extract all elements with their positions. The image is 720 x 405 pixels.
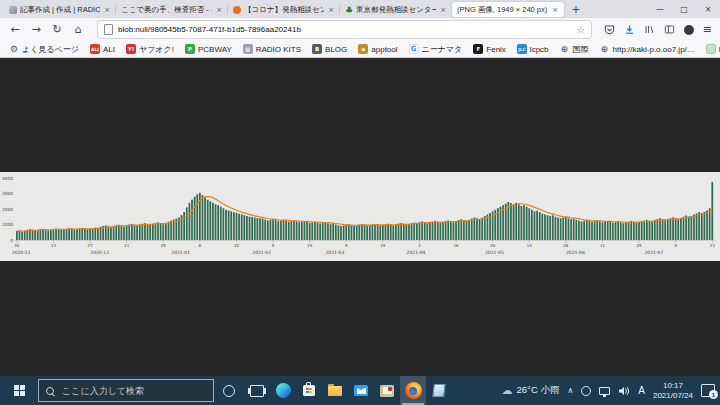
svg-text:30: 30 xyxy=(14,243,20,248)
picture-icon xyxy=(9,6,17,14)
svg-text:19: 19 xyxy=(380,243,386,248)
bookmark-item-11[interactable]: ⊕国際 xyxy=(560,44,589,55)
svg-text:2020-11: 2020-11 xyxy=(12,250,31,255)
svg-text:16: 16 xyxy=(454,243,460,248)
bookmark-item-7[interactable]: aapptool xyxy=(358,44,397,54)
taskbar-apps xyxy=(244,376,452,405)
window-controls: —□× xyxy=(648,0,720,18)
windows-logo-icon xyxy=(14,385,25,396)
svg-text:3000: 3000 xyxy=(2,191,13,196)
bookmark-item-3[interactable]: Y!ヤフオク! xyxy=(126,44,174,55)
svg-text:25: 25 xyxy=(161,243,167,248)
bookmark-item-1[interactable]: ⚙よく見るページ xyxy=(9,44,79,55)
firefox-button[interactable] xyxy=(400,376,426,405)
sidebar-button[interactable] xyxy=(664,21,675,39)
bookmark-item-2[interactable]: ALIALI xyxy=(90,44,115,54)
tab-1[interactable]: 記事作成 | 作成 | RADIO KITS IN× xyxy=(4,2,116,17)
bookmark-star-icon[interactable]: ☆ xyxy=(577,25,585,35)
tab-close-icon[interactable]: × xyxy=(551,6,559,14)
svg-text:2021-02: 2021-02 xyxy=(252,250,271,255)
tab-5[interactable]: (PNG 画像, 1949 × 240 px) — 表示× xyxy=(452,2,564,17)
stamp-app-button[interactable] xyxy=(374,376,400,405)
bookmark-label: lcpcb xyxy=(530,45,549,54)
bookmark-label: ALI xyxy=(103,45,115,54)
svg-text:27: 27 xyxy=(88,243,94,248)
mail-button[interactable] xyxy=(348,376,374,405)
notepad-button[interactable] xyxy=(426,376,452,405)
tray-app-icon[interactable] xyxy=(581,386,591,396)
reload-button[interactable]: ↻ xyxy=(50,24,64,35)
tab-close-icon[interactable]: × xyxy=(327,6,335,14)
back-button[interactable]: ← xyxy=(8,24,22,35)
forward-button[interactable]: → xyxy=(29,24,43,35)
windows-taskbar: ☁ 26°C 小雨 ∧ A 10:17 2021/07/24 1 xyxy=(0,376,720,405)
home-button[interactable]: ⌂ xyxy=(71,24,85,35)
bookmark-item-12[interactable]: ⊕http://kaki-p.o.oo7.jp/… xyxy=(600,44,695,54)
minimize-button[interactable]: — xyxy=(648,0,672,18)
edge-button[interactable] xyxy=(270,376,296,405)
bookmark-item-4[interactable]: PPCBWAY xyxy=(185,44,232,54)
start-button[interactable] xyxy=(0,376,38,405)
svg-text:2020-12: 2020-12 xyxy=(90,250,109,255)
svg-text:28: 28 xyxy=(563,243,569,248)
bookmark-label: ニーナマタ xyxy=(422,44,463,55)
svg-text:0: 0 xyxy=(10,238,13,243)
bookmark-item-6[interactable]: BBLOG xyxy=(312,44,347,54)
bookmark-item-9[interactable]: FFenix xyxy=(473,44,506,54)
cortana-button[interactable] xyxy=(214,376,244,405)
bookmark-item-5[interactable]: ▦RADIO KITS xyxy=(243,44,301,54)
tab-close-icon[interactable]: × xyxy=(439,6,447,14)
tab-3[interactable]: 【コロナ】発熱相談センターへの問い× xyxy=(228,2,340,17)
bookmark-label: PCBWAY xyxy=(198,45,232,54)
chart-image[interactable]: 0100020003000400030132711258225195192163… xyxy=(0,172,720,261)
svg-text:1000: 1000 xyxy=(2,222,13,227)
tab-title: (PNG 画像, 1949 × 240 px) — 表示 xyxy=(457,5,548,15)
tab-close-icon[interactable]: × xyxy=(215,6,223,14)
bookmarks-bar: ⚙よく見るページALIALIY!ヤフオク!PPCBWAY▦RADIO KITSB… xyxy=(0,41,720,58)
weather-widget[interactable]: ☁ 26°C 小雨 xyxy=(502,384,560,397)
gear-icon: ⚙ xyxy=(9,44,19,54)
new-tab-button[interactable]: + xyxy=(568,4,584,15)
tab-title: 東京都発熱相談センターにおける相 xyxy=(356,5,436,15)
page-info-icon[interactable] xyxy=(104,24,113,35)
close-button[interactable]: × xyxy=(696,0,720,18)
account-button[interactable] xyxy=(684,25,694,35)
network-icon[interactable] xyxy=(599,387,610,395)
notification-badge: 1 xyxy=(709,390,718,399)
volume-icon[interactable] xyxy=(618,382,630,400)
library-button[interactable] xyxy=(644,21,655,39)
tab-4[interactable]: ♣東京都発熱相談センターにおける相× xyxy=(340,2,452,17)
bookmark-label: RADIO KITS xyxy=(256,45,301,54)
bookmark-label: Fenix xyxy=(486,45,506,54)
maximize-button[interactable]: □ xyxy=(672,0,696,18)
bookmark-label: apptool xyxy=(371,45,397,54)
search-input[interactable] xyxy=(60,385,206,397)
tab-2[interactable]: ここで奥の手、検査拒否 - ネットゲリラ× xyxy=(116,2,228,17)
task-view-icon xyxy=(250,385,264,397)
tab-close-icon[interactable]: × xyxy=(103,6,111,14)
url-bar[interactable]: blob:null/980545b5-7087-471f-b1d5-7896aa… xyxy=(98,21,591,38)
url-text: blob:null/980545b5-7087-471f-b1d5-7896aa… xyxy=(118,25,572,34)
task-view-button[interactable] xyxy=(244,376,270,405)
toolbar-icons: ≡ xyxy=(604,21,712,39)
svg-text:2000: 2000 xyxy=(2,207,13,212)
downloads-button[interactable] xyxy=(624,21,635,39)
svg-text:23: 23 xyxy=(710,243,716,248)
store-button[interactable] xyxy=(296,376,322,405)
bookmark-item-13[interactable]: http://www.cainz.com/… xyxy=(706,44,720,54)
bookmark-item-8[interactable]: Gニーナマタ xyxy=(409,44,463,55)
fenix-icon: F xyxy=(473,44,483,54)
pocket-icon[interactable] xyxy=(604,21,615,39)
apptool-icon: a xyxy=(358,44,368,54)
bookmark-item-10[interactable]: JLClcpcb xyxy=(517,44,549,54)
taskbar-clock[interactable]: 10:17 2021/07/24 xyxy=(653,381,693,401)
tab-title: ここで奥の手、検査拒否 - ネットゲリラ xyxy=(121,5,212,15)
action-center-button[interactable]: 1 xyxy=(701,384,715,397)
hidden-icons-chevron[interactable]: ∧ xyxy=(567,387,573,395)
picture-icon: ▦ xyxy=(243,44,253,54)
file-explorer-button[interactable] xyxy=(322,376,348,405)
tab-title: 【コロナ】発熱相談センターへの問い xyxy=(244,5,324,15)
ime-mode-indicator[interactable]: A xyxy=(638,385,645,396)
menu-button[interactable]: ≡ xyxy=(703,23,712,36)
taskbar-search[interactable] xyxy=(38,379,214,402)
